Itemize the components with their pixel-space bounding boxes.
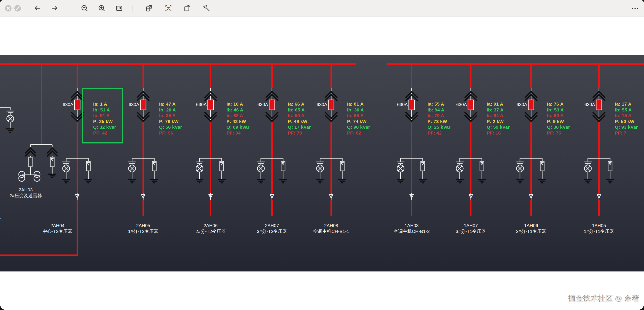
feeder-symbols: [575, 55, 623, 271]
measurement-row: PF: 96: [159, 130, 182, 136]
breaker-icon[interactable]: [596, 100, 602, 110]
app-window: A 文 文: [0, 0, 644, 310]
measurement-row: P: 2 kW: [487, 119, 510, 125]
measurement-row: Ib: 46 A: [226, 107, 250, 113]
load-box-branch: [279, 158, 287, 183]
feeder-name: 1#分-T1变压器: [566, 228, 632, 234]
breaker-icon[interactable]: [328, 100, 334, 110]
watermark: 掘金技术社区 @ 余着: [569, 294, 640, 304]
measurement-row: P: 74 kW: [347, 119, 370, 125]
capacitor-icon: [456, 162, 464, 164]
actual-size-button[interactable]: [114, 4, 124, 13]
toolbar: A 文 文: [0, 0, 644, 17]
lamp-branch: [516, 158, 524, 183]
pt-bay-code: 2AH03: [0, 187, 58, 193]
back-arrow-icon: [33, 4, 42, 13]
diagram-canvas[interactable]: 2AH03 2#压变及避雷器 2 柜: [0, 55, 644, 271]
breaker-icon[interactable]: [468, 100, 474, 110]
rotate-button[interactable]: [182, 4, 192, 13]
breaker-rating-label: 630A: [575, 102, 595, 107]
ground-icon: [584, 179, 592, 183]
svg-text:文: 文: [167, 7, 170, 10]
ground-icon: [478, 179, 486, 183]
magic-wand-button[interactable]: [202, 4, 212, 13]
feeder-name: 3#分-T1变压器: [438, 228, 504, 234]
more-options-button[interactable]: [630, 4, 640, 13]
more-dots-icon: [631, 4, 640, 13]
do-not-disturb-button[interactable]: [13, 4, 22, 13]
lamp-branch: [128, 158, 136, 183]
measurement-row: P: 50 kW: [615, 119, 638, 125]
zoom-out-button[interactable]: [80, 4, 90, 13]
measurement-row: P: 76 kW: [159, 119, 182, 125]
feeder-name: 空调主机CH-B1-1: [298, 228, 364, 234]
measurement-row: Ib: 55 A: [615, 107, 638, 113]
zoom-in-icon: [98, 4, 106, 13]
lamp-branch: [62, 158, 70, 183]
breaker-icon[interactable]: [528, 100, 534, 110]
load-box-branch: [150, 158, 158, 183]
feeder-symbols: [53, 55, 101, 271]
feeder-name: 1#分-T2变压器: [110, 228, 176, 234]
breaker-rating-label: 630A: [388, 102, 408, 107]
measurement-row: PF: 7: [615, 130, 638, 136]
back-button[interactable]: [33, 4, 42, 13]
translate-selection-button[interactable]: 文: [164, 4, 173, 13]
measurement-row: PF: 75: [547, 130, 570, 136]
forward-button[interactable]: [50, 4, 60, 13]
breaker-rating-label: 630A: [248, 102, 268, 107]
do-not-disturb-icon: [13, 4, 22, 13]
breaker-icon[interactable]: [208, 100, 214, 110]
measurement-row: P: 42 kW: [226, 119, 250, 125]
measurement-row: Ic: 62 A: [226, 113, 250, 119]
ground-icon: [516, 179, 524, 183]
rotate-icon: [183, 4, 192, 13]
feeder-name: 2#分-T2变压器: [178, 228, 243, 234]
actual-size-icon: [115, 4, 124, 13]
breaker-icon[interactable]: [140, 100, 146, 110]
capacitor-icon: [128, 162, 136, 164]
measurement-row: Ib: 20 A: [159, 107, 182, 113]
feeder-label: 2AH04 中心-T2变压器: [25, 222, 90, 234]
feeder-label: 1AH05 1#分-T1变压器: [566, 222, 632, 234]
capacitor-icon: [62, 162, 70, 164]
feeder-bay-2AH06: 630A Ia: 10 AIb: 46 AIc: 62 AP: 42 kWQ: …: [187, 55, 234, 271]
ground-icon: [456, 179, 464, 183]
zoom-in-button[interactable]: [97, 4, 106, 13]
highlight-selection-box: [82, 88, 123, 143]
feeder-symbols: [187, 55, 234, 271]
load-box-branch: [419, 158, 427, 183]
lamp-branch: [456, 158, 464, 183]
feeder-label: 2AH06 2#分-T2变压器: [178, 222, 243, 234]
translate-page-button[interactable]: A 文: [144, 4, 154, 13]
measurement-row: Ic: 60 A: [547, 113, 570, 119]
ground-icon: [84, 179, 92, 183]
measurement-block: Ia: 76 AIb: 53 AIc: 60 AP: 9 kWQ: 38 kVa…: [547, 101, 570, 136]
measurement-row: Ia: 91 A: [487, 101, 510, 107]
ground-icon: [150, 179, 158, 183]
lamp-branch: [196, 158, 204, 183]
breaker-icon[interactable]: [409, 100, 414, 110]
feeder-code: 2AH05: [110, 222, 176, 228]
feeder-name: 3#分-T2变压器: [239, 228, 304, 234]
breaker-icon[interactable]: [269, 100, 275, 110]
feeder-name: 空调主机CH-B1-2: [379, 228, 444, 234]
measurement-row: P: 9 kW: [547, 119, 570, 125]
close-button[interactable]: [4, 4, 13, 13]
ground-icon: [196, 179, 204, 183]
feeder-label: 1AH08 空调主机CH-B1-2: [379, 222, 444, 234]
lamp-branch: [257, 158, 265, 183]
measurement-row: Q: 38 kVar: [547, 124, 570, 130]
edge-clipped-label-line1: 2: [0, 210, 6, 215]
measurement-row: Q: 59 kVar: [487, 124, 510, 130]
measurement-row: Ia: 47 A: [159, 101, 182, 107]
measurement-row: PF: 94: [226, 130, 250, 136]
feeder-code: 2AH04: [25, 222, 90, 228]
measurement-block: Ia: 81 AIb: 30 AIc: 65 AP: 74 kWQ: 90 kV…: [347, 101, 370, 136]
feeder-bay-2AH08: 630A Ia: 81 AIb: 30 AIc: 65 AP: 74 kWQ: …: [307, 55, 355, 271]
feeder-name: 中心-T2变压器: [25, 228, 90, 234]
ground-icon: [606, 179, 614, 183]
breaker-icon[interactable]: [74, 100, 80, 110]
feeder-bay-2AH07: 630A Ia: 66 AIb: 65 AIc: 50 AP: 49 kWQ: …: [248, 55, 296, 271]
lamp-branch: [316, 158, 324, 183]
